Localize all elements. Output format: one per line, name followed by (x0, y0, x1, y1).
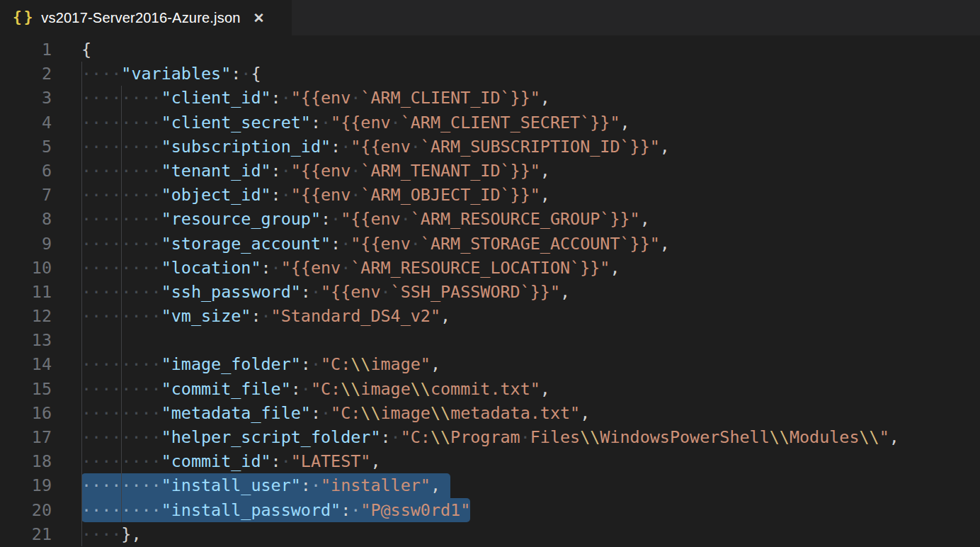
code-token: : (301, 282, 311, 302)
code-line[interactable]: 18········"commit_id":·"LATEST", (0, 449, 980, 473)
code-line[interactable]: 16········"metadata_file":·"C:\\image\\m… (0, 401, 980, 425)
code-line[interactable]: 14········"image_folder":·"C:\\image", (0, 352, 980, 376)
line-number[interactable]: 7 (0, 183, 52, 207)
code-line[interactable]: 21····}, (0, 522, 980, 546)
code-token: Files (530, 427, 580, 447)
code-line[interactable]: 5········"subscription_id":·"{{env·`ARM_… (0, 135, 980, 159)
code-token: \\ (860, 427, 879, 447)
whitespace-dots: · (341, 137, 351, 157)
code-line[interactable]: 11········"ssh_password":·"{{env·`SSH_PA… (0, 280, 980, 304)
code-token: , (431, 354, 440, 374)
line-number[interactable]: 6 (0, 159, 52, 183)
code-token: : (311, 113, 321, 132)
code-token: `ARM_SUBSCRIPTION_ID`}}" (421, 137, 660, 157)
code-line-content[interactable]: ········"metadata_file":·"C:\\image\\met… (81, 401, 980, 425)
line-number[interactable]: 21 (0, 522, 52, 546)
tab-close-icon[interactable]: ✕ (253, 11, 265, 25)
line-number[interactable]: 2 (0, 62, 52, 86)
code-token: { (251, 64, 261, 84)
code-line-content[interactable]: ········"vm_size":·"Standard_DS4_v2", (81, 304, 980, 328)
line-number[interactable]: 1 (0, 38, 52, 62)
code-line-content[interactable] (81, 328, 980, 352)
code-line-content[interactable]: { (81, 38, 980, 62)
whitespace-dots: · (311, 354, 321, 374)
code-line-content[interactable]: ········"ssh_password":·"{{env·`SSH_PASS… (81, 280, 980, 304)
line-number[interactable]: 13 (0, 328, 52, 352)
whitespace-dots: · (341, 234, 351, 254)
code-token: "C: (311, 379, 341, 399)
code-line[interactable]: 9········"storage_account":·"{{env·`ARM_… (0, 232, 980, 256)
code-line-content[interactable]: ········"location":·"{{env·`ARM_RESOURCE… (81, 256, 980, 280)
line-number[interactable]: 4 (0, 111, 52, 135)
code-line-content[interactable]: ····"variables":·{ (81, 62, 980, 86)
code-line[interactable]: 12········"vm_size":·"Standard_DS4_v2", (0, 304, 980, 328)
whitespace-dots: ···· (81, 524, 121, 544)
code-token: : (341, 500, 351, 520)
code-line-content[interactable]: ········"commit_id":·"LATEST", (81, 449, 980, 473)
code-lines: 1{2····"variables":·{3········"client_id… (0, 35, 980, 546)
code-token: : (331, 234, 341, 254)
code-line-content[interactable]: ········"storage_account":·"{{env·`ARM_S… (81, 232, 980, 256)
line-number[interactable]: 16 (0, 401, 52, 425)
code-line-content[interactable]: ········"subscription_id":·"{{env·`ARM_S… (81, 135, 980, 159)
code-line[interactable]: 15········"commit_file":·"C:\\image\\com… (0, 377, 980, 401)
code-editor[interactable]: 1{2····"variables":·{3········"client_id… (0, 35, 980, 547)
code-token: "{{env (351, 234, 411, 254)
code-line[interactable]: 3········"client_id":·"{{env·`ARM_CLIENT… (0, 86, 980, 110)
code-token: `SSH_PASSWORD`}}" (391, 282, 560, 302)
code-line-content[interactable]: ········"resource_group":·"{{env·`ARM_RE… (81, 207, 980, 231)
code-line[interactable]: 17········"helper_script_folder":·"C:\\P… (0, 425, 980, 449)
code-line-content[interactable]: ········"image_folder":·"C:\\image", (81, 352, 980, 376)
code-token: "ssh_password" (161, 282, 301, 302)
json-file-icon: {} (13, 9, 35, 26)
code-token: : (311, 403, 321, 423)
line-number[interactable]: 12 (0, 304, 52, 328)
code-token: , (540, 185, 550, 205)
line-number[interactable]: 9 (0, 232, 52, 256)
tab-vs2017-server2016-azure-json[interactable]: {} vs2017-Server2016-Azure.json ✕ (0, 0, 292, 35)
line-number[interactable]: 18 (0, 449, 52, 473)
code-token: "Standard_DS4_v2" (271, 306, 440, 326)
tab-bar-empty-space (292, 0, 980, 35)
line-number[interactable]: 5 (0, 135, 52, 159)
line-number[interactable]: 20 (0, 498, 52, 522)
code-line-content[interactable]: ········"install_password":·"P@ssw0rd1" (81, 498, 980, 522)
code-token: : (231, 64, 241, 84)
code-token: "{{env (281, 258, 341, 278)
whitespace-dots: · (351, 500, 360, 520)
code-token: "{{env (291, 161, 351, 181)
line-number[interactable]: 19 (0, 473, 52, 497)
line-number[interactable]: 8 (0, 207, 52, 231)
code-line[interactable]: 10········"location":·"{{env·`ARM_RESOUR… (0, 256, 980, 280)
code-line[interactable]: 2····"variables":·{ (0, 62, 980, 86)
code-line[interactable]: 6········"tenant_id":·"{{env·`ARM_TENANT… (0, 159, 980, 183)
whitespace-dots: · (351, 161, 360, 181)
code-line-content[interactable]: ········"tenant_id":·"{{env·`ARM_TENANT_… (81, 159, 980, 183)
code-line[interactable]: 4········"client_secret":·"{{env·`ARM_CL… (0, 111, 980, 135)
code-line-content[interactable]: ····}, (81, 522, 980, 546)
code-token: , (370, 451, 380, 471)
code-line[interactable]: 7········"object_id":·"{{env·`ARM_OBJECT… (0, 183, 980, 207)
line-number[interactable]: 15 (0, 377, 52, 401)
code-line-content[interactable]: ········"client_secret":·"{{env·`ARM_CLI… (81, 111, 980, 135)
code-line[interactable]: 8········"resource_group":·"{{env·`ARM_R… (0, 207, 980, 231)
code-line[interactable]: 1{ (0, 38, 980, 62)
code-line[interactable]: 19········"install_user":·"installer", (0, 473, 980, 497)
line-number[interactable]: 3 (0, 86, 52, 110)
line-number[interactable]: 11 (0, 280, 52, 304)
code-line-content[interactable]: ········"helper_script_folder":·"C:\\Pro… (81, 425, 980, 449)
line-number[interactable]: 10 (0, 256, 52, 280)
code-line[interactable]: 13 (0, 328, 980, 352)
line-number[interactable]: 17 (0, 425, 52, 449)
code-line-content[interactable]: ········"object_id":·"{{env·`ARM_OBJECT_… (81, 183, 980, 207)
line-number[interactable]: 14 (0, 352, 52, 376)
code-line-content[interactable]: ········"commit_file":·"C:\\image\\commi… (81, 377, 980, 401)
code-line[interactable]: 20········"install_password":·"P@ssw0rd1… (0, 498, 980, 522)
code-token: : (261, 258, 271, 278)
code-token: : (301, 354, 311, 374)
code-line-content[interactable]: ········"client_id":·"{{env·`ARM_CLIENT_… (81, 86, 980, 110)
code-token: "client_secret" (161, 113, 311, 132)
whitespace-dots: · (381, 282, 391, 302)
code-token: "variables" (121, 64, 231, 84)
code-line-content[interactable]: ········"install_user":·"installer", (81, 473, 980, 497)
